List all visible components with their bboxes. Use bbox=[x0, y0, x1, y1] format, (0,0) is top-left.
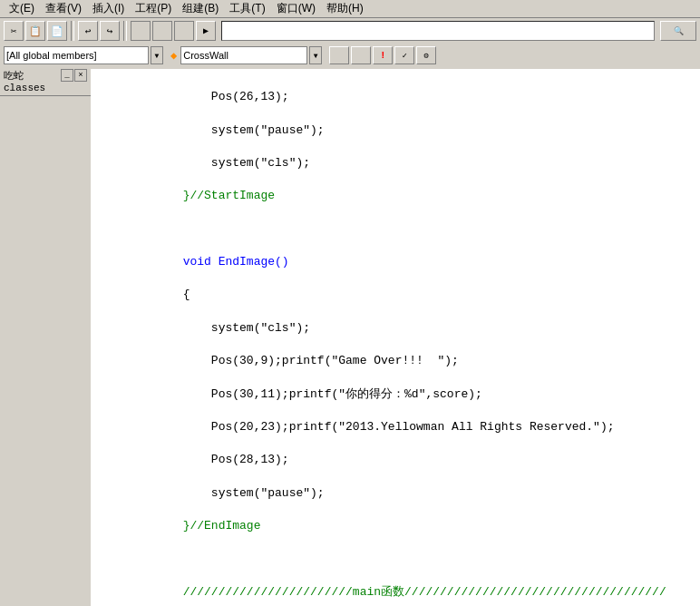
toolbar-row-1: ✂ 📋 📄 ↩ ↪ ▶ 🔍 bbox=[0, 18, 700, 44]
toolbar-run[interactable]: ▶ bbox=[196, 21, 216, 41]
editor-panel: Pos(26,13); system("pause"); system("cls… bbox=[91, 67, 700, 606]
separator-2 bbox=[123, 21, 127, 41]
menu-bar: 文(E) 查看(V) 插入(I) 工程(P) 组建(B) 工具(T) 窗口(W)… bbox=[0, 0, 700, 18]
toolbar-search[interactable]: 🔍 bbox=[660, 21, 696, 41]
sidebar-header: 吃蛇 classes _ × bbox=[0, 67, 91, 96]
toolbar-copy[interactable]: 📋 bbox=[25, 21, 45, 41]
toolbar-row-2: [All global members] ▼ ◆ CrossWall ▼ ! ✓… bbox=[0, 44, 700, 67]
toolbar-btn5[interactable] bbox=[174, 21, 194, 41]
toolbar-undo[interactable]: ↩ bbox=[78, 21, 98, 41]
toolbar-icon-b[interactable] bbox=[351, 46, 371, 64]
main-area: 吃蛇 classes _ × 📁 FileView Pos(26,13); sy… bbox=[0, 67, 700, 606]
code-content: Pos(26,13); system("pause"); system("cls… bbox=[91, 69, 700, 606]
toolbar-icon-c[interactable]: ! bbox=[373, 46, 393, 64]
members-combo[interactable]: [All global members] bbox=[4, 46, 149, 64]
menu-window[interactable]: 窗口(W) bbox=[271, 1, 321, 16]
toolbar-input[interactable] bbox=[221, 21, 655, 41]
sidebar-minimize[interactable]: _ bbox=[61, 69, 73, 82]
sidebar-close[interactable]: × bbox=[74, 69, 87, 82]
toolbar-icon-a[interactable] bbox=[329, 46, 349, 64]
toolbar-btn3[interactable] bbox=[131, 21, 151, 41]
members-combo-arrow[interactable]: ▼ bbox=[151, 46, 163, 64]
crosswall-combo-arrow[interactable]: ▼ bbox=[309, 46, 322, 64]
crosswall-combo[interactable]: CrossWall bbox=[180, 46, 307, 64]
menu-help[interactable]: 帮助(H) bbox=[321, 1, 369, 16]
code-editor[interactable]: Pos(26,13); system("pause"); system("cls… bbox=[91, 67, 700, 606]
toolbar-redo[interactable]: ↪ bbox=[100, 21, 120, 41]
menu-tools[interactable]: 工具(T) bbox=[224, 1, 270, 16]
diamond-icon: ◆ bbox=[170, 49, 177, 63]
toolbar-cut[interactable]: ✂ bbox=[4, 21, 24, 41]
menu-build[interactable]: 组建(B) bbox=[177, 1, 224, 16]
menu-view[interactable]: 查看(V) bbox=[40, 1, 87, 16]
toolbar-btn4[interactable] bbox=[152, 21, 172, 41]
menu-insert[interactable]: 插入(I) bbox=[87, 1, 130, 16]
menu-project[interactable]: 工程(P) bbox=[130, 1, 177, 16]
sidebar-label: 吃蛇 classes bbox=[4, 69, 61, 93]
separator-1 bbox=[71, 21, 74, 41]
toolbar-icon-e[interactable]: ⚙ bbox=[416, 46, 436, 64]
sidebar-content bbox=[0, 96, 91, 606]
toolbar-paste[interactable]: 📄 bbox=[47, 21, 67, 41]
toolbar-icon-d[interactable]: ✓ bbox=[394, 46, 414, 64]
sidebar-panel: 吃蛇 classes _ × 📁 FileView bbox=[0, 67, 91, 606]
menu-file[interactable]: 文(E) bbox=[4, 1, 40, 16]
